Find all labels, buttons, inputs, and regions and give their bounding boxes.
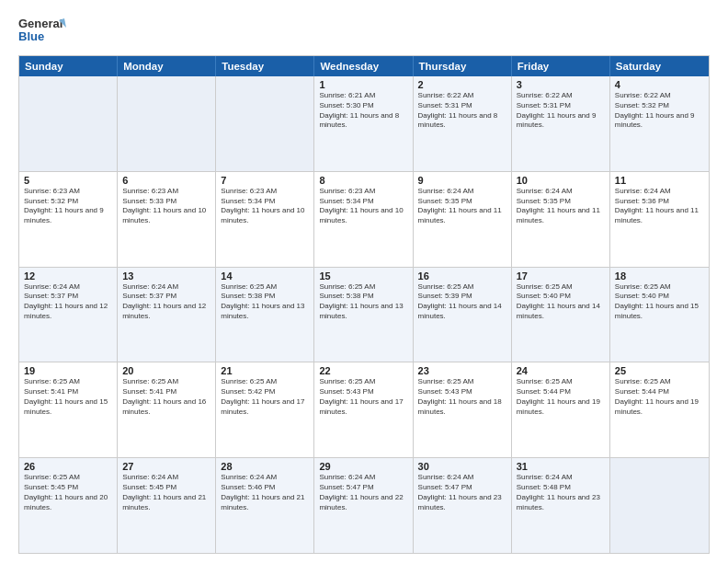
day-number: 24 [517,365,605,376]
logo-svg: GeneralBlue [18,15,66,48]
calendar-cell: 12Sunrise: 6:24 AM Sunset: 5:37 PM Dayli… [19,268,118,362]
calendar-cell: 31Sunrise: 6:24 AM Sunset: 5:48 PM Dayli… [512,458,610,553]
day-info: Sunrise: 6:25 AM Sunset: 5:43 PM Dayligh… [418,377,506,417]
day-number: 7 [221,175,309,186]
day-info: Sunrise: 6:25 AM Sunset: 5:40 PM Dayligh… [615,282,704,322]
calendar: SundayMondayTuesdayWednesdayThursdayFrid… [18,55,710,554]
calendar-cell: 22Sunrise: 6:25 AM Sunset: 5:43 PM Dayli… [314,362,413,457]
day-number: 21 [221,365,309,376]
calendar-cell: 14Sunrise: 6:25 AM Sunset: 5:38 PM Dayli… [216,268,314,362]
calendar-body: 1Sunrise: 6:21 AM Sunset: 5:30 PM Daylig… [19,76,709,553]
calendar-header-cell: Saturday [610,56,709,76]
day-number: 31 [517,461,605,472]
day-info: Sunrise: 6:25 AM Sunset: 5:40 PM Dayligh… [517,282,605,322]
calendar-cell: 18Sunrise: 6:25 AM Sunset: 5:40 PM Dayli… [610,268,709,362]
day-info: Sunrise: 6:24 AM Sunset: 5:47 PM Dayligh… [418,473,506,512]
day-number: 28 [221,461,309,472]
day-info: Sunrise: 6:25 AM Sunset: 5:38 PM Dayligh… [319,282,407,322]
calendar-cell: 3Sunrise: 6:22 AM Sunset: 5:31 PM Daylig… [512,76,610,171]
day-number: 17 [517,270,605,282]
calendar-cell: 7Sunrise: 6:23 AM Sunset: 5:34 PM Daylig… [216,172,314,267]
calendar-cell: 5Sunrise: 6:23 AM Sunset: 5:32 PM Daylig… [19,172,118,267]
day-number: 6 [122,175,210,186]
day-number: 27 [122,461,210,472]
day-number: 8 [319,175,407,186]
calendar-header-cell: Friday [512,56,610,76]
day-info: Sunrise: 6:23 AM Sunset: 5:33 PM Dayligh… [122,187,210,226]
calendar-cell [19,76,118,171]
calendar-cell: 6Sunrise: 6:23 AM Sunset: 5:33 PM Daylig… [118,172,216,267]
day-number: 20 [122,365,210,376]
calendar-cell: 28Sunrise: 6:24 AM Sunset: 5:46 PM Dayli… [216,458,314,553]
calendar-row: 19Sunrise: 6:25 AM Sunset: 5:41 PM Dayli… [19,362,709,457]
calendar-row: 1Sunrise: 6:21 AM Sunset: 5:30 PM Daylig… [19,76,709,171]
calendar-cell: 8Sunrise: 6:23 AM Sunset: 5:34 PM Daylig… [314,172,413,267]
day-number: 2 [418,79,506,90]
day-info: Sunrise: 6:24 AM Sunset: 5:47 PM Dayligh… [319,473,407,512]
day-number: 25 [615,365,704,376]
day-number: 30 [418,461,506,472]
calendar-header-cell: Wednesday [314,56,413,76]
page: GeneralBlue SundayMondayTuesdayWednesday… [0,0,728,563]
calendar-header-cell: Sunday [19,56,118,76]
calendar-cell: 27Sunrise: 6:24 AM Sunset: 5:45 PM Dayli… [118,458,216,553]
calendar-cell [118,76,216,171]
calendar-cell: 29Sunrise: 6:24 AM Sunset: 5:47 PM Dayli… [314,458,413,553]
day-number: 29 [319,461,407,472]
calendar-cell: 17Sunrise: 6:25 AM Sunset: 5:40 PM Dayli… [512,268,610,362]
day-number: 9 [418,175,506,186]
calendar-row: 12Sunrise: 6:24 AM Sunset: 5:37 PM Dayli… [19,267,709,362]
calendar-cell: 11Sunrise: 6:24 AM Sunset: 5:36 PM Dayli… [610,172,709,267]
calendar-cell: 26Sunrise: 6:25 AM Sunset: 5:45 PM Dayli… [19,458,118,553]
calendar-header-cell: Tuesday [216,56,314,76]
calendar-row: 5Sunrise: 6:23 AM Sunset: 5:32 PM Daylig… [19,171,709,267]
day-number: 16 [418,270,506,282]
day-info: Sunrise: 6:25 AM Sunset: 5:39 PM Dayligh… [418,282,506,322]
day-info: Sunrise: 6:25 AM Sunset: 5:43 PM Dayligh… [319,377,407,417]
day-number: 5 [24,175,112,186]
day-number: 23 [418,365,506,376]
calendar-cell: 24Sunrise: 6:25 AM Sunset: 5:44 PM Dayli… [512,362,610,457]
calendar-row: 26Sunrise: 6:25 AM Sunset: 5:45 PM Dayli… [19,457,709,553]
day-info: Sunrise: 6:24 AM Sunset: 5:46 PM Dayligh… [221,473,309,512]
calendar-cell: 20Sunrise: 6:25 AM Sunset: 5:41 PM Dayli… [118,362,216,457]
day-number: 3 [517,79,605,90]
day-info: Sunrise: 6:25 AM Sunset: 5:42 PM Dayligh… [221,377,309,417]
day-number: 12 [24,270,112,282]
day-number: 1 [319,79,407,90]
day-number: 11 [615,175,704,186]
logo: GeneralBlue [18,15,66,48]
day-info: Sunrise: 6:25 AM Sunset: 5:44 PM Dayligh… [517,377,605,417]
day-info: Sunrise: 6:24 AM Sunset: 5:36 PM Dayligh… [615,187,704,226]
day-info: Sunrise: 6:21 AM Sunset: 5:30 PM Dayligh… [319,91,407,131]
day-info: Sunrise: 6:24 AM Sunset: 5:35 PM Dayligh… [517,187,605,226]
calendar-cell: 25Sunrise: 6:25 AM Sunset: 5:44 PM Dayli… [610,362,709,457]
calendar-cell: 21Sunrise: 6:25 AM Sunset: 5:42 PM Dayli… [216,362,314,457]
calendar-cell [216,76,314,171]
calendar-cell: 13Sunrise: 6:24 AM Sunset: 5:37 PM Dayli… [118,268,216,362]
calendar-cell: 9Sunrise: 6:24 AM Sunset: 5:35 PM Daylig… [414,172,512,267]
calendar-header-cell: Monday [118,56,216,76]
calendar-header-row: SundayMondayTuesdayWednesdayThursdayFrid… [19,56,709,76]
calendar-header-cell: Thursday [414,56,512,76]
day-number: 19 [24,365,112,376]
day-number: 18 [615,270,704,282]
day-info: Sunrise: 6:22 AM Sunset: 5:31 PM Dayligh… [517,91,605,131]
day-number: 22 [319,365,407,376]
day-number: 26 [24,461,112,472]
day-info: Sunrise: 6:25 AM Sunset: 5:41 PM Dayligh… [24,377,112,417]
day-info: Sunrise: 6:25 AM Sunset: 5:45 PM Dayligh… [24,473,112,512]
day-number: 13 [122,270,210,282]
day-info: Sunrise: 6:22 AM Sunset: 5:32 PM Dayligh… [615,91,704,131]
day-info: Sunrise: 6:24 AM Sunset: 5:35 PM Dayligh… [418,187,506,226]
calendar-cell: 19Sunrise: 6:25 AM Sunset: 5:41 PM Dayli… [19,362,118,457]
calendar-cell: 1Sunrise: 6:21 AM Sunset: 5:30 PM Daylig… [314,76,413,171]
day-info: Sunrise: 6:23 AM Sunset: 5:34 PM Dayligh… [319,187,407,226]
calendar-cell [610,458,709,553]
day-number: 15 [319,270,407,282]
day-number: 10 [517,175,605,186]
svg-text:Blue: Blue [18,29,44,43]
day-info: Sunrise: 6:24 AM Sunset: 5:37 PM Dayligh… [24,282,112,322]
calendar-cell: 10Sunrise: 6:24 AM Sunset: 5:35 PM Dayli… [512,172,610,267]
calendar-cell: 23Sunrise: 6:25 AM Sunset: 5:43 PM Dayli… [414,362,512,457]
